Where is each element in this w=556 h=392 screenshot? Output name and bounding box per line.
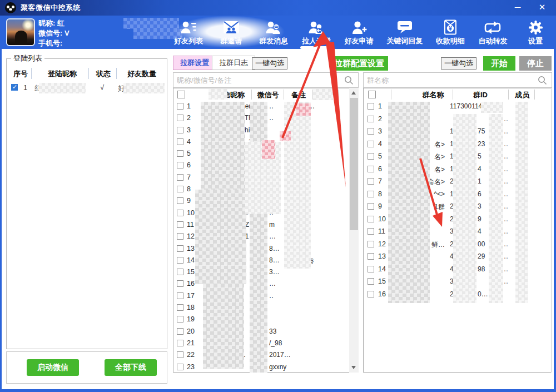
row-checkbox[interactable]: [368, 103, 374, 110]
tab-group-log[interactable]: 拉群日志: [212, 56, 255, 70]
col-remark: 备注: [285, 90, 312, 100]
scrollbar-thumb[interactable]: [350, 98, 358, 230]
row-checkbox[interactable]: [368, 228, 374, 235]
row-checkbox[interactable]: [177, 340, 183, 346]
start-button[interactable]: 开始: [483, 56, 515, 71]
close-button[interactable]: ✕: [533, 0, 552, 16]
auto-forward-icon: [484, 19, 501, 36]
row-checkbox[interactable]: [177, 103, 183, 110]
login-list-title: 登陆列表: [11, 53, 44, 63]
row-checkbox[interactable]: [177, 115, 183, 121]
row-checkbox[interactable]: [368, 241, 374, 247]
row-checkbox[interactable]: [177, 186, 183, 192]
svg-text:¥: ¥: [449, 26, 452, 32]
blur-patch: [388, 102, 430, 303]
tool-auto-forward[interactable]: 自动转发: [478, 16, 508, 49]
row-checkbox[interactable]: [177, 316, 183, 322]
row-checkbox[interactable]: [177, 292, 183, 299]
select-all-groups-checkbox[interactable]: [368, 91, 376, 98]
search-icon: [344, 76, 354, 85]
search-icon: [538, 76, 547, 85]
row-checkbox[interactable]: [368, 203, 374, 210]
login-row[interactable]: 1 红 √ 好: [7, 82, 167, 95]
row-checkbox[interactable]: [177, 233, 183, 240]
group-table-header: 群名称 群ID 成员: [364, 88, 552, 101]
scroll-up-button[interactable]: [349, 88, 359, 97]
minimize-button[interactable]: ─: [508, 0, 527, 16]
row-checkbox[interactable]: [177, 304, 183, 311]
group-send-icon: [265, 19, 282, 36]
row-checkbox[interactable]: [368, 166, 374, 172]
keyword-reply-icon: [396, 19, 413, 36]
group-search-input[interactable]: [367, 75, 521, 86]
app-logo-icon: [5, 2, 16, 13]
left-buttons-box: 启动微信 全部下线: [6, 351, 167, 384]
row-checkbox[interactable]: [177, 221, 183, 228]
blur-patch: [489, 114, 503, 303]
blur-patch: [203, 284, 244, 369]
blur-patch: [123, 18, 179, 29]
col-group-id: 群ID: [464, 90, 497, 100]
tool-payment-detail[interactable]: ¥收款明细: [435, 16, 465, 49]
contact-search-input[interactable]: [177, 75, 328, 86]
blur-patch: [481, 102, 503, 113]
row-checkbox[interactable]: [177, 162, 183, 168]
tool-group-send[interactable]: 群发消息: [259, 16, 289, 49]
row-checkbox[interactable]: [177, 150, 183, 157]
col-seq: 序号: [10, 69, 31, 79]
login-row-checkbox[interactable]: [11, 84, 18, 91]
row-checkbox[interactable]: [368, 141, 374, 147]
row-checkbox[interactable]: [177, 328, 183, 335]
row-checkbox[interactable]: [177, 210, 183, 216]
blur-patch: [123, 83, 165, 93]
row-checkbox[interactable]: [177, 174, 183, 181]
tool-group-invite[interactable]: 群邀请: [216, 16, 246, 49]
row-checkbox[interactable]: [368, 178, 374, 185]
tab-group-settings[interactable]: 拉群设置: [173, 56, 216, 70]
row-checkbox[interactable]: [368, 191, 374, 197]
title-bar: 聚客微信中控系统 ─ ✕: [0, 0, 556, 16]
row-checkbox[interactable]: [368, 253, 374, 260]
row-checkbox[interactable]: [177, 351, 183, 358]
row-checkbox[interactable]: [177, 245, 183, 252]
select-all-groups-button[interactable]: 一键勾选: [441, 57, 476, 70]
col-members: 成员: [511, 90, 533, 100]
blur-patch: [453, 114, 476, 303]
row-checkbox[interactable]: [368, 266, 374, 272]
start-wechat-button[interactable]: 启动微信: [27, 359, 79, 376]
row-checkbox[interactable]: [177, 364, 183, 370]
row-checkbox[interactable]: [368, 216, 374, 222]
select-all-contacts-checkbox[interactable]: [177, 91, 185, 98]
blur-patch: [515, 102, 528, 303]
blur-patch: [262, 140, 275, 159]
row-checkbox[interactable]: [177, 138, 183, 145]
row-checkbox[interactable]: [177, 197, 183, 204]
row-checkbox[interactable]: [368, 128, 374, 135]
col-wechat-id: 微信号: [249, 90, 287, 100]
friend-list-icon: [180, 19, 197, 36]
col-nick: 登陆昵称: [34, 69, 90, 79]
row-checkbox[interactable]: [177, 280, 183, 287]
row-checkbox[interactable]: [177, 269, 183, 275]
row-checkbox[interactable]: [368, 153, 374, 160]
row-checkbox[interactable]: [368, 116, 374, 122]
row-checkbox[interactable]: [177, 257, 183, 264]
stop-button[interactable]: 停止: [519, 56, 552, 71]
app-window: 聚客微信中控系统 ─ ✕ 昵称: 红 微信号: V 手机号: 好友列表群邀请群发…: [0, 0, 556, 392]
group-config-button[interactable]: 拉群配置设置: [330, 56, 388, 71]
contact-scrollbar[interactable]: [349, 88, 359, 373]
all-offline-button[interactable]: 全部下线: [105, 359, 157, 376]
row-checkbox[interactable]: [368, 278, 374, 285]
blur-patch: [195, 190, 246, 284]
group-scrollbar-track[interactable]: [551, 88, 552, 373]
tool-keyword-reply[interactable]: 关键词回复: [386, 16, 423, 49]
scroll-down-button[interactable]: [349, 363, 359, 373]
tool-friend-list[interactable]: 好友列表: [173, 16, 203, 49]
tool-invite-to-group[interactable]: 拉人进群: [301, 16, 331, 49]
blur-patch: [296, 103, 311, 116]
tool-friend-request[interactable]: 好友申请: [344, 16, 374, 49]
tool-settings[interactable]: 设置: [520, 16, 550, 49]
select-all-contacts-button[interactable]: 一键勾选: [252, 57, 287, 70]
row-checkbox[interactable]: [177, 127, 183, 133]
row-checkbox[interactable]: [368, 291, 374, 297]
